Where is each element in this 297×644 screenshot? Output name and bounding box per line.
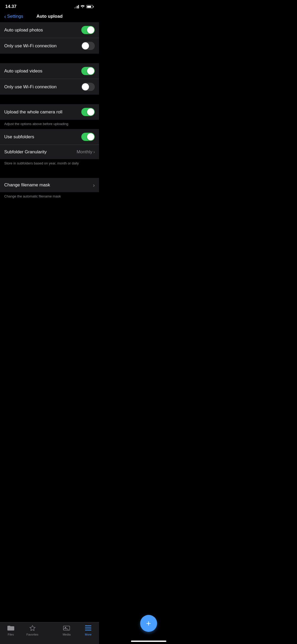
subfolder-granularity-value: Monthly › xyxy=(77,149,95,155)
wifi-icon xyxy=(81,4,85,9)
toggle-thumb xyxy=(82,42,89,49)
battery-icon xyxy=(86,5,94,8)
section-gap-1 xyxy=(0,54,99,63)
toggle-thumb xyxy=(87,133,94,140)
auto-upload-photos-toggle[interactable] xyxy=(81,26,95,34)
camera-roll-toggle[interactable] xyxy=(81,108,95,116)
status-time: 14.37 xyxy=(5,4,17,9)
subfolder-granularity-row[interactable]: Subfolder Granularity Monthly › xyxy=(0,145,99,159)
page-title: Auto upload xyxy=(36,14,63,19)
subfolders-section: Use subfolders Subfolder Granularity Mon… xyxy=(0,129,99,159)
toggle-thumb xyxy=(87,108,94,116)
toggle-thumb xyxy=(87,26,94,34)
photos-section: Auto upload photos Only use Wi-Fi connec… xyxy=(0,22,99,54)
use-subfolders-label: Use subfolders xyxy=(4,134,34,140)
toggle-thumb xyxy=(87,67,94,75)
signal-icon xyxy=(74,5,79,8)
auto-upload-videos-label: Auto upload videos xyxy=(4,68,43,74)
videos-wifi-row[interactable]: Only use Wi-Fi connection xyxy=(0,79,99,95)
auto-upload-photos-label: Auto upload photos xyxy=(4,27,43,33)
photos-wifi-label: Only use Wi-Fi connection xyxy=(4,43,56,49)
back-button[interactable]: ‹ Settings xyxy=(4,14,23,19)
filename-caption: Change the automatic filename mask xyxy=(0,192,99,201)
chevron-right-icon: › xyxy=(93,150,95,154)
subfolder-granularity-text: Monthly xyxy=(77,149,92,155)
filename-section: Change filename mask › xyxy=(0,178,99,192)
auto-upload-videos-row[interactable]: Auto upload videos xyxy=(0,63,99,79)
status-bar: 14.37 xyxy=(0,0,99,12)
settings-content: Auto upload photos Only use Wi-Fi connec… xyxy=(0,22,99,228)
videos-wifi-label: Only use Wi-Fi connection xyxy=(4,84,56,90)
section-gap-3 xyxy=(0,168,99,178)
bottom-spacer xyxy=(0,201,99,228)
section-gap-2 xyxy=(0,95,99,104)
subfolder-granularity-label: Subfolder Granularity xyxy=(4,149,47,155)
subfolders-caption: Store in subfolders based on year, month… xyxy=(0,159,99,168)
photos-wifi-toggle[interactable] xyxy=(81,42,95,50)
nav-bar: ‹ Settings Auto upload xyxy=(0,12,99,22)
photos-wifi-row[interactable]: Only use Wi-Fi connection xyxy=(0,38,99,54)
back-label: Settings xyxy=(7,14,23,19)
status-icons xyxy=(74,4,94,9)
videos-section: Auto upload videos Only use Wi-Fi connec… xyxy=(0,63,99,95)
change-filename-row[interactable]: Change filename mask › xyxy=(0,178,99,192)
change-filename-label: Change filename mask xyxy=(4,182,50,188)
auto-upload-photos-row[interactable]: Auto upload photos xyxy=(0,22,99,38)
use-subfolders-row[interactable]: Use subfolders xyxy=(0,129,99,145)
camera-roll-section: Upload the whole camera roll xyxy=(0,104,99,120)
use-subfolders-toggle[interactable] xyxy=(81,133,95,141)
back-chevron-icon: ‹ xyxy=(4,14,6,19)
auto-upload-videos-toggle[interactable] xyxy=(81,67,95,75)
chevron-right-icon: › xyxy=(93,182,95,188)
videos-wifi-toggle[interactable] xyxy=(81,83,95,91)
camera-roll-caption: Adjust the options above before uploadin… xyxy=(0,120,99,129)
upload-camera-roll-label: Upload the whole camera roll xyxy=(4,109,62,115)
upload-camera-roll-row[interactable]: Upload the whole camera roll xyxy=(0,104,99,120)
toggle-thumb xyxy=(82,83,89,90)
